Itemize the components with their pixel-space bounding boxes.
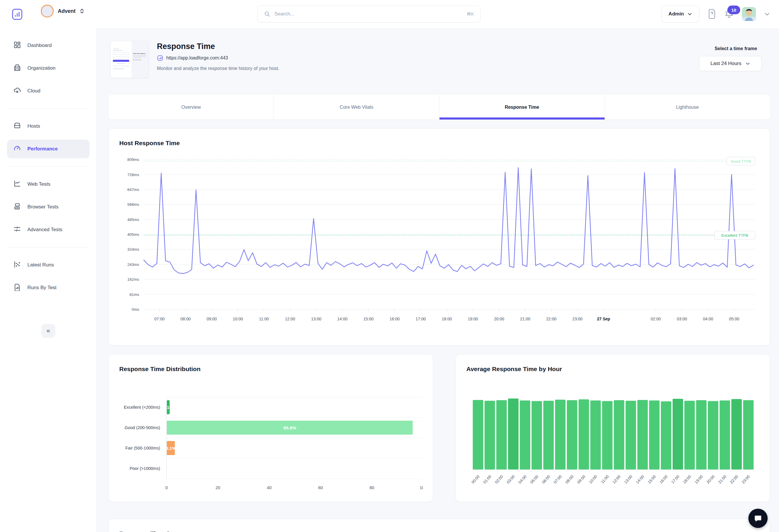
notification-count-badge: 10 — [727, 6, 740, 14]
help-docs-icon[interactable] — [708, 9, 716, 19]
chat-widget-button[interactable] — [748, 509, 768, 528]
host-tabs: Overview Core Web Vitals Response Time L… — [109, 95, 770, 120]
page-description: Monitor and analyze the response time hi… — [157, 66, 280, 71]
host-url: https://app.loadforge.com:443 — [166, 55, 228, 61]
svg-text:13:00: 13:00 — [623, 474, 633, 484]
svg-text:14:00: 14:00 — [635, 474, 645, 484]
svg-text:19:00: 19:00 — [468, 317, 478, 321]
svg-text:809ms: 809ms — [127, 157, 139, 162]
sidebar-item-label: Hosts — [27, 123, 40, 129]
search-placeholder: Search... — [275, 11, 463, 17]
svg-text:18:00: 18:00 — [682, 474, 692, 484]
sidebar-divider — [7, 109, 89, 109]
workspace-avatar — [41, 5, 54, 17]
sidebar-item-label: Web Tests — [27, 181, 51, 187]
svg-text:21:00: 21:00 — [520, 317, 530, 321]
admin-menu-label: Admin — [668, 11, 684, 17]
search-input[interactable]: Search... ⌘K — [257, 6, 481, 22]
svg-text:Excellent TTFB: Excellent TTFB — [722, 233, 748, 238]
svg-text:100: 100 — [420, 485, 423, 490]
svg-text:06:00: 06:00 — [541, 474, 551, 484]
sidebar-item-organization[interactable]: Organization — [7, 59, 89, 77]
sidebar-item-hosts[interactable]: Hosts — [7, 117, 89, 136]
svg-text:02:00: 02:00 — [494, 474, 504, 484]
average-response-time-card: Average Response Time by Hour 00:0001:00… — [456, 354, 770, 502]
svg-text:11:00: 11:00 — [259, 317, 269, 321]
sidebar-item-runs-by-test[interactable]: Runs By Test — [7, 278, 89, 297]
chat-bubble-icon — [754, 514, 762, 522]
tab-lighthouse[interactable]: Lighthouse — [605, 95, 770, 120]
sidebar: Dashboard Organization Cloud Hosts Perfo… — [0, 28, 97, 532]
sliders-icon — [13, 225, 21, 234]
svg-text:12:00: 12:00 — [612, 474, 621, 484]
svg-text:03:00: 03:00 — [506, 474, 516, 484]
sidebar-item-dashboard[interactable]: Dashboard — [7, 36, 89, 55]
sidebar-item-label: Performance — [27, 146, 58, 152]
svg-text:07:00: 07:00 — [154, 317, 165, 321]
sidebar-item-advanced-tests[interactable]: Advanced Tests — [7, 220, 89, 239]
svg-text:60: 60 — [318, 485, 323, 490]
tab-response-time[interactable]: Response Time — [439, 95, 605, 120]
svg-text:405ms: 405ms — [127, 232, 139, 237]
host-chart-icon — [157, 55, 163, 61]
sidebar-item-label: Advanced Tests — [27, 227, 62, 232]
sidebar-item-performance[interactable]: Performance — [7, 140, 89, 158]
host-response-time-chart: 809ms728ms647ms566ms485ms405ms324ms243ms… — [119, 155, 760, 336]
svg-text:19:00: 19:00 — [694, 474, 704, 484]
admin-menu-button[interactable]: Admin — [661, 6, 699, 22]
workspace-switcher[interactable]: Advent — [41, 5, 84, 17]
svg-text:23:00: 23:00 — [741, 474, 751, 484]
svg-text:80: 80 — [369, 485, 374, 490]
svg-text:20:00: 20:00 — [494, 317, 504, 321]
svg-text:3.1%: 3.1% — [166, 446, 176, 451]
svg-text:22:00: 22:00 — [729, 474, 739, 484]
sidebar-item-latest-runs[interactable]: Latest Runs — [7, 256, 89, 274]
sidebar-item-label: Cloud — [27, 88, 40, 94]
thumbnail-login-panel — [111, 41, 131, 78]
svg-text:Fair (500-1000ms): Fair (500-1000ms) — [125, 446, 160, 450]
svg-text:15:00: 15:00 — [363, 317, 374, 321]
tab-core-web-vitals[interactable]: Core Web Vitals — [274, 95, 439, 120]
sidebar-item-cloud[interactable]: Cloud — [7, 82, 89, 100]
svg-text:Poor (>1000ms): Poor (>1000ms) — [130, 466, 160, 471]
user-menu-chevron-icon[interactable] — [764, 11, 770, 17]
svg-text:09:00: 09:00 — [206, 317, 217, 321]
svg-text:16:00: 16:00 — [390, 317, 400, 321]
sidebar-item-label: Runs By Test — [27, 285, 57, 291]
svg-text:20:00: 20:00 — [706, 474, 715, 484]
sidebar-item-label: Browser Tests — [27, 204, 58, 210]
svg-text:08:00: 08:00 — [181, 317, 191, 321]
svg-text:10:00: 10:00 — [233, 317, 243, 321]
average-response-time-title: Average Response Time by Hour — [466, 365, 562, 373]
svg-text:09:00: 09:00 — [576, 474, 586, 484]
sidebar-divider — [7, 167, 89, 167]
response-time-distribution-title: Response Time Distribution — [119, 365, 201, 373]
svg-text:04:00: 04:00 — [518, 474, 528, 484]
thumbnail-marketing-panel: Scale with confidence. — [131, 41, 149, 78]
svg-text:81ms: 81ms — [129, 292, 139, 297]
thumbnail-tagline: Scale with confidence. — [133, 53, 147, 54]
sidebar-item-label: Dashboard — [27, 43, 52, 48]
response-time-storage-title: Response Time Storage — [119, 530, 189, 532]
tab-overview[interactable]: Overview — [109, 95, 274, 120]
svg-text:95.8%: 95.8% — [284, 425, 296, 430]
sidebar-item-web-tests[interactable]: Web Tests — [7, 175, 89, 194]
host-thumbnail[interactable]: Scale with confidence. — [110, 41, 149, 78]
cloud-settings-icon — [13, 86, 21, 95]
top-bar: Advent Search... ⌘K Admin 10 — [0, 0, 779, 28]
svg-text:17:00: 17:00 — [670, 474, 680, 484]
page-title: Response Time — [157, 42, 215, 51]
svg-text:27 Sep: 27 Sep — [597, 317, 610, 321]
svg-text:485ms: 485ms — [127, 217, 139, 222]
user-avatar[interactable] — [742, 7, 756, 21]
notifications-button[interactable]: 10 — [724, 9, 734, 19]
svg-text:1.1%: 1.1% — [163, 405, 174, 410]
timeframe-select[interactable]: Last 24 Hours — [699, 56, 762, 71]
app-logo-icon[interactable] — [12, 8, 23, 21]
svg-text:08:00: 08:00 — [564, 474, 575, 484]
search-shortcut: ⌘K — [467, 11, 474, 17]
gauge-icon — [13, 145, 21, 153]
sidebar-collapse-button[interactable]: « — [42, 324, 55, 338]
response-time-distribution-card: Response Time Distribution Excellent (<2… — [109, 354, 433, 502]
sidebar-item-browser-tests[interactable]: Browser Tests — [7, 198, 89, 216]
